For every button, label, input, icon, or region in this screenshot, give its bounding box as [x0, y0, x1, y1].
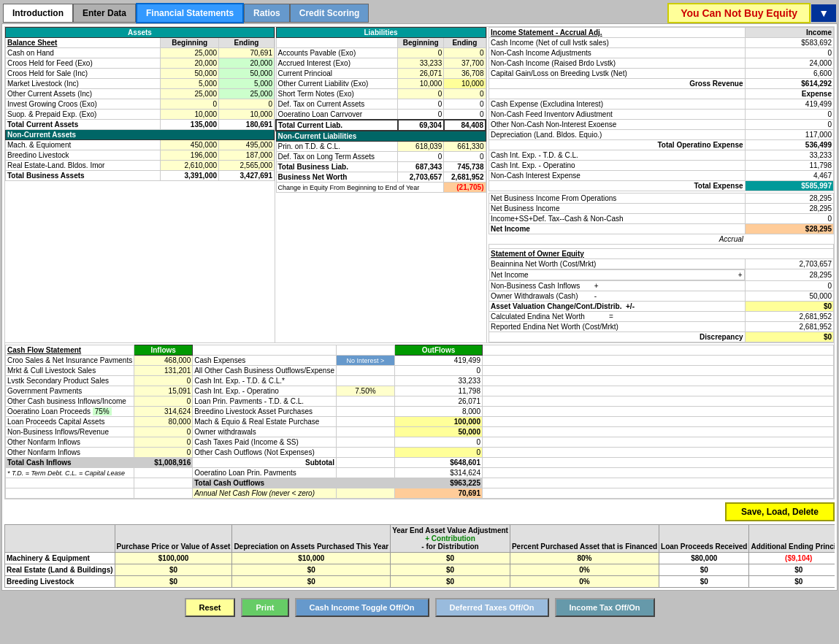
- table-row: Real Estate-Land. Bldos. Imor2,610,0002,…: [6, 161, 275, 171]
- table-row: Owner Withdrawals (Cash) -50,000: [489, 291, 834, 302]
- table-row: Beainnina Net Worth (Cost/Mrkt)2,703,657: [489, 259, 834, 269]
- table-row: Other Current Assets (Inc)25,00025,000: [6, 89, 275, 99]
- total-inflows-row: Total Cash Inflows $1,008,916 Subtotal $…: [6, 458, 834, 468]
- discrepancy-row: Discrepancy$0: [489, 332, 834, 342]
- deferred-taxes-button[interactable]: Deferred Taxes Off/On: [435, 598, 549, 617]
- table-row: Cash Expense (Excludina Interest)419,499: [489, 99, 834, 110]
- tab-financial-statements[interactable]: Financial Statements: [136, 3, 244, 23]
- total-op-expense: Total Operatino Expense536,499: [489, 140, 834, 150]
- table-row: Depreciation (Land. Bldos. Equio.)117,00…: [489, 130, 834, 140]
- cash-income-toggle-button[interactable]: Cash Income Toggle Off/On: [295, 598, 429, 617]
- table-row: Calculated Endina Net Worth =2,681,952: [489, 312, 834, 322]
- table-row: Net Income+28,295: [489, 269, 834, 281]
- table-row: Breedino Livestock196,000187,000: [6, 150, 275, 161]
- beginning-header: Beginning: [161, 38, 219, 48]
- total-expense-row: Total Expense$585,997: [489, 181, 834, 191]
- owner-equity-title: Statement of Owner Equity: [489, 249, 834, 259]
- table-row: * T.D. = Term Debt. C.L. = Capital Lease…: [6, 468, 834, 478]
- table-row: Accrual: [489, 234, 834, 245]
- income-statement-title: Income Statement - Accrual Adj.: [489, 28, 746, 38]
- reset-button[interactable]: Reset: [185, 598, 236, 617]
- table-row: Croo Sales & Net Insurance Pavments 468,…: [6, 356, 834, 366]
- table-row: Lvstk Secondary Product Sales 0 Cash Int…: [6, 376, 834, 386]
- table-row: Def. Tax on Long Term Assets00: [276, 152, 486, 162]
- gross-revenue-row: Gross Revenue$614,292: [489, 79, 834, 89]
- non-current-assets-header: Non-Current Assets: [6, 130, 275, 140]
- assets-header: Assets: [6, 28, 275, 38]
- inflows-header: Inflows: [134, 345, 193, 356]
- income-tax-button[interactable]: Income Tax Off/On: [555, 598, 655, 617]
- table-row: Capital Gain/Loss on Breeding Lvstk (Net…: [489, 69, 834, 79]
- table-row: Cash Int. Exp. - T.D. & C.L.33,233: [489, 150, 834, 161]
- liabilities-header: Liabilities: [276, 28, 486, 38]
- table-row: Income+SS+Def. Tax--Cash & Non-Cash0: [489, 214, 834, 224]
- table-row: Net Business Income From Operations28,29…: [489, 193, 834, 204]
- table-row: Breeding Livestock $0 $0 $0 0% $0 $0 $0 …: [5, 576, 835, 588]
- table-row: Ooeratino Loan Proceeds 75% 314,624 Bree…: [6, 407, 834, 417]
- table-row: Real Estate (Land & Buildings) $0 $0 $0 …: [5, 564, 835, 576]
- table-row: Suop. & Prepaid Exp. (Exo)10,00010,000: [6, 110, 275, 120]
- table-row: Loan Proceeds Capital Assets 80,000 Mach…: [6, 417, 834, 427]
- table-row: Cash on Hand25,00070,691: [6, 48, 275, 58]
- dropdown-button[interactable]: ▼: [811, 4, 836, 22]
- annual-cashflow-row: Annual Net Cash Flow (never < zero) 70,6…: [6, 488, 834, 499]
- table-row: Other Current Liabilitv (Exo)10,00010,00…: [276, 79, 486, 89]
- table-row: Non-Cash Interest Expense4,467: [489, 171, 834, 181]
- balance-sheet-label: Balance Sheet: [6, 38, 161, 48]
- table-row: Invest Growing Croos (Exo)00: [6, 99, 275, 110]
- tab-enter-data[interactable]: Enter Data: [73, 4, 136, 23]
- table-row: Market Livestock (Inc)5,0005,000: [6, 79, 275, 89]
- table-row: Cash Income (Net of cull lvstk sales)$58…: [489, 38, 834, 48]
- table-row: Government Pavments 15,091 Cash Int. Exp…: [6, 386, 834, 396]
- table-row: Cash Int. Exp. - Operatino11,798: [489, 161, 834, 171]
- table-row: Non-Business Cash Inflows +0: [489, 281, 834, 291]
- table-row: Non-Cash Income Adjustments0: [489, 48, 834, 58]
- table-row: Croos Held for Sale (Inc)50,00050,000: [6, 69, 275, 79]
- table-row: Total Business Liab.687,343745,738: [276, 162, 486, 172]
- table-row: Prin. on T.D. & C.L.618,039661,330: [276, 142, 486, 152]
- tab-credit-scoring[interactable]: Credit Scoring: [290, 4, 369, 23]
- outflows-header: OutFlows: [394, 345, 482, 356]
- ending-header: Ending: [219, 38, 275, 48]
- tab-introduction[interactable]: Introduction: [3, 4, 73, 23]
- table-row: Non-Cash Feed Inventorv Adiustment0: [489, 110, 834, 120]
- net-income-row: Net Income$28,295: [489, 224, 834, 234]
- table-row: Other Non-Cash Non-Interest Exoense0: [489, 120, 834, 130]
- table-row: Non-Business Inflows/Revenue 0 Owner wit…: [6, 427, 834, 437]
- table-row: Short Term Notes (Exo)00: [276, 89, 486, 99]
- cash-flow-title: Cash Flow Statement: [6, 345, 134, 356]
- table-row: Asset Valuation Change/Cont./Distrib. +/…: [489, 302, 834, 312]
- table-row: Reported Endina Net Worth (Cost/Mrkt)2,6…: [489, 322, 834, 332]
- table-row: Ooeratino Loan Carrvover00: [276, 110, 486, 120]
- tab-ratios[interactable]: Ratios: [244, 4, 290, 23]
- table-row: Other Cash business Inflows/Income 0 Loa…: [6, 396, 834, 407]
- save-load-delete-button[interactable]: Save, Load, Delete: [725, 502, 835, 521]
- table-row: Mrkt & Cull Livestock Sales 131,201 All …: [6, 366, 834, 376]
- non-current-liabilities-header: Non-Current Liabilities: [276, 131, 486, 142]
- bottom-table-header: Purchase Price or Value of Asset Depreci…: [5, 525, 835, 553]
- table-row: Business Net Worth2,703,6572,681,952: [276, 172, 486, 183]
- table-row: Other Nonfarm Inflows 0 Other Cash Outfl…: [6, 448, 834, 458]
- table-row: Mach. & Equioment450,000495,000: [6, 140, 275, 150]
- table-row: Current Princioal26,07136,708: [276, 69, 486, 79]
- table-row: Other Nonfarm Inflows 0 Cash Taxes Paid …: [6, 437, 834, 448]
- table-row: Total Business Assets3,391,0003,427,691: [6, 171, 275, 181]
- table-row: Total Current Liab.69,30484,408: [276, 120, 486, 131]
- table-row: Croos Held for Feed (Exo)20,00020,000: [6, 58, 275, 69]
- print-button[interactable]: Print: [241, 598, 288, 617]
- table-row: Non-Cash Income (Raised Brdo Lvstk)24,00…: [489, 58, 834, 69]
- table-row: Machinery & Equipment $100,000 $10,000 $…: [5, 553, 835, 564]
- table-row: Accrued Interest (Exo)33,23337,700: [276, 58, 486, 69]
- page-title: You Can Not Buy Equity: [667, 3, 811, 23]
- table-row: Net Business Income28,295: [489, 204, 834, 214]
- table-row: Change in Equity From Beginning to End o…: [276, 183, 486, 193]
- table-row: Def. Tax on Current Assets00: [276, 99, 486, 110]
- table-row: Accounts Pavable (Exo)00: [276, 48, 486, 58]
- total-outflows-row: Total Cash Outflows $963,225: [6, 478, 834, 488]
- table-row: Total Current Assets135,000180,691: [6, 120, 275, 130]
